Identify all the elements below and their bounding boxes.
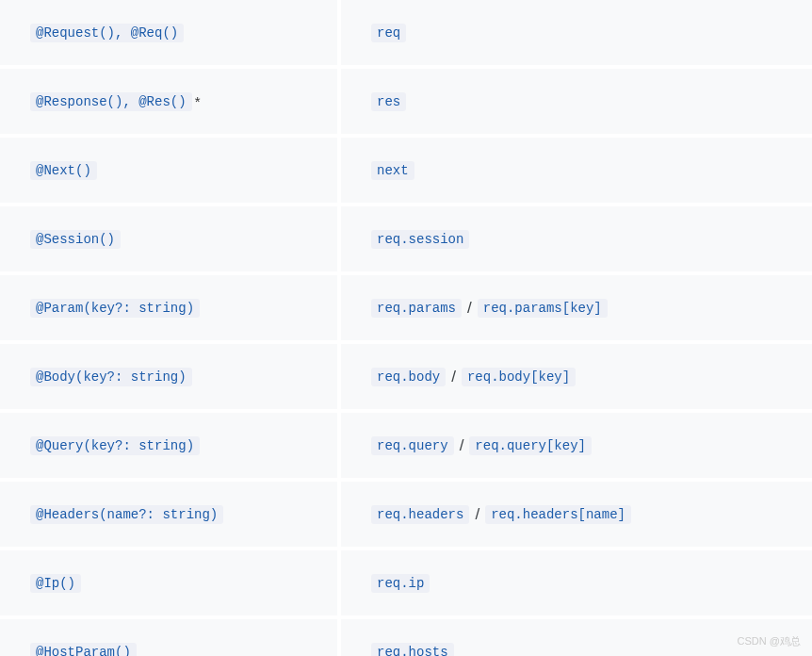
table-row: @Ip() req.ip xyxy=(0,550,812,615)
value-cell: next xyxy=(341,138,812,203)
value-cell: res xyxy=(341,69,812,134)
decorator-code: @Response(), @Res() xyxy=(30,92,192,111)
decorator-code: @Next() xyxy=(30,161,97,180)
decorator-code: @Ip() xyxy=(30,574,81,593)
value-code: req.params xyxy=(371,299,462,318)
value-cell: req.session xyxy=(341,206,812,271)
decorator-code: @Body(key?: string) xyxy=(30,368,192,386)
decorator-code: @Request(), @Req() xyxy=(30,24,184,42)
decorator-cell: @Headers(name?: string) xyxy=(0,482,337,547)
value-code: next xyxy=(371,161,414,180)
watermark-text: CSDN @鸡总 xyxy=(738,634,801,648)
value-cell: req.query / req.query[key] xyxy=(341,413,812,478)
decorator-cell: @HostParam() xyxy=(0,619,337,656)
decorator-cell: @Param(key?: string) xyxy=(0,275,337,340)
value-cell: req.body / req.body[key] xyxy=(341,344,812,409)
asterisk-note: * xyxy=(195,93,201,109)
value-code: req.headers xyxy=(371,505,469,524)
decorator-code: @HostParam() xyxy=(30,643,137,657)
table-row: @HostParam() req.hosts xyxy=(0,619,812,656)
value-code-alt: req.headers[name] xyxy=(485,505,631,524)
table-row: @Session() req.session xyxy=(0,206,812,271)
value-code: req.session xyxy=(371,230,469,249)
table-row: @Headers(name?: string) req.headers / re… xyxy=(0,482,812,547)
decorator-code: @Query(key?: string) xyxy=(30,436,200,455)
table-row: @Request(), @Req() req xyxy=(0,0,812,65)
value-code: req.hosts xyxy=(371,643,454,657)
value-code: res xyxy=(371,92,406,111)
value-code: req.body xyxy=(371,368,446,386)
table-row: @Body(key?: string) req.body / req.body[… xyxy=(0,344,812,409)
separator: / xyxy=(467,299,472,318)
table-row: @Param(key?: string) req.params / req.pa… xyxy=(0,275,812,340)
value-code: req.ip xyxy=(371,574,430,593)
table-row: @Query(key?: string) req.query / req.que… xyxy=(0,413,812,478)
table-row: @Next() next xyxy=(0,138,812,203)
value-code-alt: req.params[key] xyxy=(478,299,608,318)
decorator-code: @Param(key?: string) xyxy=(30,299,200,318)
table-row: @Response(), @Res() * res xyxy=(0,69,812,134)
decorator-code: @Headers(name?: string) xyxy=(30,505,223,524)
decorator-cell: @Body(key?: string) xyxy=(0,344,337,409)
value-code-alt: req.body[key] xyxy=(462,368,576,386)
decorator-mapping-table: @Request(), @Req() req @Response(), @Res… xyxy=(0,0,812,656)
value-cell: req xyxy=(341,0,812,65)
decorator-cell: @Next() xyxy=(0,138,337,203)
decorator-cell: @Query(key?: string) xyxy=(0,413,337,478)
separator: / xyxy=(451,368,456,386)
decorator-code: @Session() xyxy=(30,230,121,249)
decorator-cell: @Session() xyxy=(0,206,337,271)
value-cell: req.ip xyxy=(341,550,812,615)
decorator-cell: @Request(), @Req() xyxy=(0,0,337,65)
decorator-cell: @Response(), @Res() * xyxy=(0,69,337,134)
decorator-cell: @Ip() xyxy=(0,550,337,615)
value-code: req.query xyxy=(371,436,454,455)
value-cell: req.params / req.params[key] xyxy=(341,275,812,340)
separator: / xyxy=(460,436,464,455)
separator: / xyxy=(475,505,479,524)
value-code: req xyxy=(371,24,406,42)
value-cell: req.headers / req.headers[name] xyxy=(341,482,812,547)
value-code-alt: req.query[key] xyxy=(469,436,592,455)
